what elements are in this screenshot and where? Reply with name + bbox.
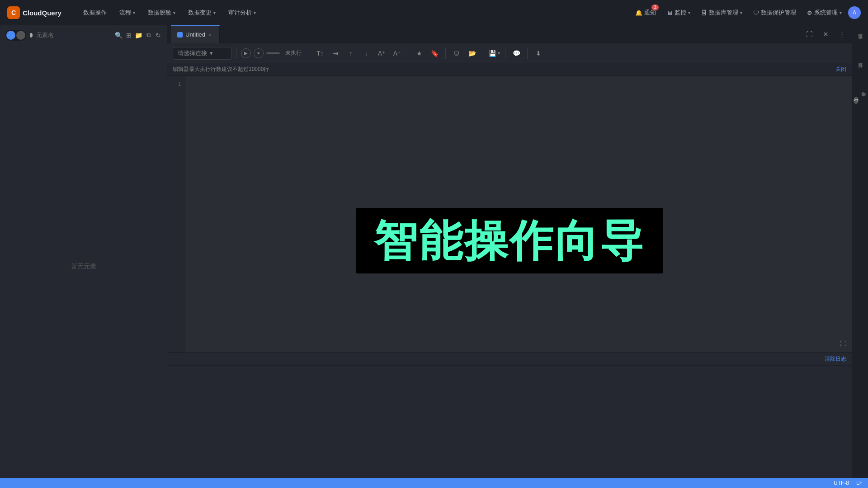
move-down-icon[interactable]: ↓ (360, 47, 373, 60)
chevron-down-icon: ▾ (173, 10, 175, 15)
comment-icon[interactable]: 💬 (510, 47, 523, 60)
close-panel-icon[interactable]: ✕ (819, 28, 832, 41)
toolbar-divider-4 (445, 48, 446, 59)
editor-toolbar: 请选择连接 ▾ ▶ ■ 未执行 T↕ ⇥ ↑ ↓ A⁺ A⁻ ★ 🔖 ⛁ 📂 💾 (167, 43, 852, 63)
nav-system-manage[interactable]: ⚙ 系统管理 ▾ (802, 0, 846, 25)
db2-icon[interactable]: ⛁ (450, 47, 463, 60)
smart-operation-banner: 智能操作向导 (356, 208, 663, 274)
user-avatar[interactable]: A (848, 6, 861, 19)
font-decrease-icon[interactable]: A⁻ (391, 47, 403, 60)
text-icon[interactable]: T↕ (314, 47, 326, 60)
nav-data-protection[interactable]: 🛡 数据保护管理 (749, 0, 801, 25)
encoding-label: UTF-8 (834, 480, 849, 486)
toolbar-divider-6 (505, 48, 505, 59)
sidebar-empty-state: 暂无元素 (0, 45, 167, 488)
clear-log-button[interactable]: 清除日志 (825, 355, 846, 363)
move-up-icon[interactable]: ↑ (344, 47, 357, 60)
toolbar-divider-3 (408, 48, 408, 59)
chevron-down-icon: ▾ (740, 10, 742, 15)
shield-icon: 🛡 (753, 9, 759, 16)
status-bar: UTF-8 LF (0, 478, 868, 488)
notice-close-button[interactable]: 关闭 (835, 66, 846, 73)
nav-db-manage[interactable]: 🗄 数据库管理 ▾ (697, 0, 747, 25)
log-content (167, 366, 852, 488)
folder2-icon[interactable]: 📂 (466, 47, 478, 60)
smart-banner-text: 智能操作向导 (374, 217, 645, 265)
nav-right: 🔔 通知 3 🖥 监控 ▾ 🗄 数据库管理 ▾ 🛡 数据保护管理 ⚙ 系统管理 … (631, 0, 861, 25)
toolbar-divider-5 (483, 48, 483, 59)
play-button[interactable]: ▶ (241, 48, 251, 58)
download-icon[interactable]: ⬇ (532, 47, 545, 60)
toolbar-divider-7 (527, 48, 528, 59)
chevron-down-icon: ▾ (840, 10, 842, 15)
connection-selector[interactable]: 请选择连接 ▾ (173, 47, 231, 60)
tab-close-button[interactable]: × (208, 31, 212, 38)
right-sidebar-item-info[interactable]: 暂无信息 (852, 29, 868, 56)
tab-bar: Untitled × ⛶ ✕ ⋮ (167, 25, 852, 43)
notice-bar: 编辑器最大执行行数建议不超过10000行 关闭 (167, 63, 852, 76)
right-sidebar-item-requests[interactable]: 0 申请单 (852, 87, 868, 114)
logo-icon: C (7, 6, 20, 19)
sidebar-dot (30, 33, 33, 38)
line-num-1: 1 (167, 80, 185, 89)
logo-area[interactable]: C CloudQuery (7, 6, 66, 19)
log-area: 清除日志 (167, 352, 852, 488)
chevron-down-icon: ▾ (133, 10, 135, 15)
gear-icon: ⚙ (807, 9, 812, 16)
nav-item-flow[interactable]: 流程 ▾ (113, 0, 142, 25)
search-input[interactable] (36, 32, 112, 38)
toggle-off[interactable] (16, 31, 25, 40)
save-icon[interactable]: 💾▾ (488, 47, 500, 60)
line-ending-label: LF (856, 480, 863, 486)
fullscreen-icon[interactable]: ⛶ (803, 28, 816, 41)
top-nav: C CloudQuery 数据操作 流程 ▾ 数据脱敏 ▾ 数据变更 ▾ 审计分… (0, 0, 868, 25)
nav-notification[interactable]: 🔔 通知 3 (631, 0, 660, 25)
stop-button[interactable]: ■ (254, 48, 264, 58)
copy-icon[interactable]: ⧉ (145, 30, 152, 41)
separator-dash-icon (266, 52, 280, 54)
toggle-on[interactable] (6, 31, 15, 40)
nav-monitor[interactable]: 🖥 监控 ▾ (662, 0, 695, 25)
left-sidebar: 🔍 ⊞ 📁 ⧉ ↻ 暂无元素 (0, 25, 167, 488)
toolbar-divider-1 (236, 48, 236, 59)
expand-editor-icon[interactable]: ⛶ (837, 338, 848, 349)
notification-badge: 3 (651, 5, 659, 10)
tab-icon (177, 32, 183, 38)
run-status-label: 未执行 (283, 49, 304, 57)
toolbar-divider-2 (309, 48, 309, 59)
content-area: Untitled × ⛶ ✕ ⋮ 请选择连接 ▾ ▶ ■ 未执行 T↕ (167, 25, 852, 488)
nav-item-desensitize[interactable]: 数据脱敏 ▾ (142, 0, 182, 25)
star-icon[interactable]: ★ (413, 47, 425, 60)
nav-item-audit[interactable]: 审计分析 ▾ (222, 0, 262, 25)
font-increase-icon[interactable]: A⁺ (375, 47, 388, 60)
chevron-down-icon: ▾ (688, 10, 690, 15)
tab-title: Untitled (185, 31, 205, 38)
tab-untitled[interactable]: Untitled × (171, 25, 220, 43)
bell-icon: 🔔 (635, 9, 642, 16)
log-header: 清除日志 (167, 353, 852, 366)
dash-separator (266, 52, 280, 54)
chevron-down-icon: ▾ (254, 10, 256, 15)
bookmark-icon[interactable]: 🔖 (428, 47, 441, 60)
refresh-icon[interactable]: ↻ (155, 30, 161, 41)
nav-item-data-ops[interactable]: 数据操作 (77, 0, 113, 25)
sidebar-toolbar: 🔍 ⊞ 📁 ⧉ ↻ (0, 25, 167, 45)
chevron-down-icon: ▾ (213, 10, 216, 15)
nav-item-data-change[interactable]: 数据变更 ▾ (182, 0, 222, 25)
request-count-badge: 0 (854, 97, 859, 104)
notice-text: 编辑器最大执行行数建议不超过10000行 (173, 66, 269, 73)
save-arrow: ▾ (498, 51, 500, 56)
db-icon: 🗄 (701, 9, 707, 16)
tab-bar-actions: ⛶ ✕ ⋮ (803, 28, 848, 41)
connection-placeholder: 请选择连接 (178, 49, 207, 57)
search-icon[interactable]: 🔍 (115, 30, 123, 41)
logo-text: CloudQuery (23, 9, 61, 17)
folder-icon[interactable]: 📁 (135, 30, 142, 41)
line-numbers: 1 (167, 76, 185, 352)
indent-icon[interactable]: ⇥ (329, 47, 342, 60)
add-icon[interactable]: ⊞ (125, 30, 132, 41)
toggle-switch[interactable] (5, 30, 26, 41)
menu-icon[interactable]: ⋮ (835, 28, 848, 41)
chevron-down-icon: ▾ (210, 50, 213, 56)
right-sidebar-item-tasks[interactable]: 运行任务 (852, 58, 868, 85)
